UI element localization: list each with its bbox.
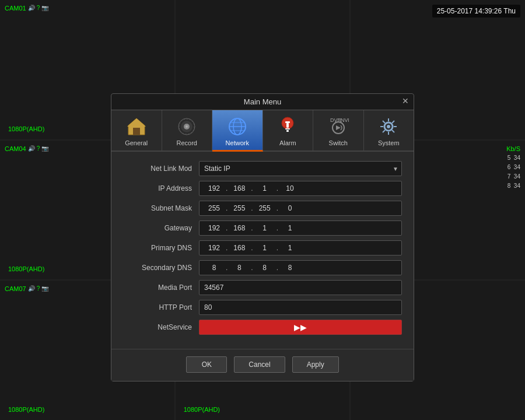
svg-rect-17: [286, 130, 289, 132]
ip-address-row: IP Address . . .: [123, 181, 402, 196]
secondary-dns-field: . . .: [199, 260, 402, 275]
cam01-id: CAM01: [5, 5, 26, 12]
media-port-input[interactable]: [199, 280, 402, 295]
http-port-label: HTTP Port: [123, 303, 199, 312]
primary-dns-row: Primary DNS . . .: [123, 240, 402, 256]
ip-octet-1[interactable]: [203, 184, 225, 192]
http-port-row: HTTP Port: [123, 300, 402, 315]
ip-octet-4[interactable]: [279, 184, 301, 192]
timestamp: 25-05-2017 14:39:26 Thu: [432, 5, 520, 18]
tab-alarm[interactable]: Alarm: [263, 110, 314, 150]
svg-rect-1: [133, 128, 140, 135]
ip-address-label: IP Address: [123, 184, 199, 192]
cam08-label: 1080P(AHD): [180, 404, 223, 415]
close-button[interactable]: ✕: [402, 96, 409, 106]
cam04-id: CAM04: [5, 145, 26, 152]
gateway-field: . . .: [199, 220, 402, 236]
tab-network[interactable]: Network: [212, 110, 263, 152]
network-icon: [226, 115, 249, 138]
cam01-label: 1080P(AHD): [5, 123, 48, 135]
cam07-label: 1080P(AHD): [5, 404, 48, 415]
dialog-title: Main Menu: [244, 97, 281, 106]
ok-button[interactable]: OK: [186, 356, 227, 373]
primary-dns-label: Primary DNS: [123, 244, 199, 252]
secondary-dns-octet-3[interactable]: [254, 264, 276, 272]
main-menu-dialog: Main Menu ✕ General: [111, 93, 414, 382]
tab-general[interactable]: General: [111, 110, 162, 150]
netservice-arrow-icon: ▶▶: [294, 323, 307, 332]
tab-system-label: System: [378, 139, 400, 146]
secondary-dns-octet-4[interactable]: [279, 264, 301, 272]
kbs-label: Kb/S: [506, 145, 520, 152]
general-icon: [125, 115, 148, 138]
svg-line-30: [383, 130, 385, 132]
tab-bar: General Record: [111, 110, 414, 152]
dialog-title-bar: Main Menu ✕: [111, 94, 414, 110]
svg-rect-14: [285, 121, 290, 123]
cam07-id: CAM07: [5, 285, 26, 292]
secondary-dns-label: Secondary DNS: [123, 264, 199, 272]
gateway-octet-2[interactable]: [228, 224, 250, 232]
svg-line-27: [383, 121, 385, 123]
network-form: Net Link Mod Static IP DHCP PPPoE ▼ IP A…: [111, 152, 414, 349]
gateway-octet-1[interactable]: [203, 224, 225, 232]
tab-general-label: General: [125, 139, 148, 146]
tab-record-label: Record: [177, 139, 197, 146]
subnet-octet-4[interactable]: [279, 204, 301, 212]
net-link-mod-label: Net Link Mod: [123, 164, 199, 173]
cam04-label: 1080P(AHD): [5, 263, 48, 275]
subnet-mask-field: . . .: [199, 201, 402, 216]
tab-record[interactable]: Record: [162, 110, 213, 150]
svg-line-29: [392, 121, 394, 123]
subnet-mask-label: Subnet Mask: [123, 204, 199, 212]
subnet-octet-3[interactable]: [254, 204, 276, 212]
tab-alarm-label: Alarm: [279, 139, 296, 146]
gateway-octet-3[interactable]: [254, 224, 276, 232]
net-link-mod-row: Net Link Mod Static IP DHCP PPPoE ▼: [123, 161, 402, 176]
gateway-label: Gateway: [123, 224, 199, 232]
ip-octet-2[interactable]: [228, 184, 250, 192]
ip-address-field: . . .: [199, 181, 402, 196]
subnet-octet-1[interactable]: [203, 204, 225, 212]
subnet-octet-2[interactable]: [228, 204, 250, 212]
net-link-mod-dropdown-wrapper: Static IP DHCP PPPoE ▼: [199, 161, 402, 176]
secondary-dns-row: Secondary DNS . . .: [123, 260, 402, 275]
http-port-input[interactable]: [199, 300, 402, 315]
primary-dns-field: . . .: [199, 240, 402, 256]
tab-system[interactable]: System: [364, 110, 414, 150]
tab-network-label: Network: [226, 139, 249, 146]
tab-switch[interactable]: DVR NVR Switch: [313, 110, 364, 150]
primary-dns-octet-2[interactable]: [228, 244, 250, 252]
media-port-label: Media Port: [123, 284, 199, 292]
stats-panel: 5 346 347 348 34: [508, 153, 520, 191]
netservice-label: NetService: [123, 323, 199, 331]
svg-point-22: [387, 125, 390, 128]
gateway-row: Gateway . . .: [123, 220, 402, 236]
primary-dns-octet-3[interactable]: [254, 244, 276, 252]
media-port-row: Media Port: [123, 280, 402, 295]
cancel-button[interactable]: Cancel: [234, 356, 285, 373]
ip-octet-3[interactable]: [254, 184, 276, 192]
primary-dns-octet-1[interactable]: [203, 244, 225, 252]
netservice-button[interactable]: ▶▶: [199, 320, 402, 335]
svg-rect-15: [286, 123, 289, 128]
dialog-button-row: OK Cancel Apply: [111, 349, 414, 381]
secondary-dns-octet-1[interactable]: [203, 264, 225, 272]
subnet-mask-row: Subnet Mask . . .: [123, 201, 402, 216]
apply-button[interactable]: Apply: [292, 356, 339, 373]
cam04-icons: 🔊 ? 📷: [28, 145, 48, 152]
cam07-icons: 🔊 ? 📷: [28, 285, 48, 292]
svg-text:NVR: NVR: [341, 117, 349, 123]
netservice-row: NetService ▶▶: [123, 320, 402, 335]
primary-dns-octet-4[interactable]: [279, 244, 301, 252]
net-link-mod-select[interactable]: Static IP DHCP PPPoE: [199, 161, 402, 176]
secondary-dns-octet-2[interactable]: [228, 264, 250, 272]
cam01-icons: 🔊 ? 📷: [28, 5, 48, 11]
svg-rect-16: [285, 128, 290, 130]
tab-switch-label: Switch: [329, 139, 348, 146]
svg-line-28: [392, 130, 394, 132]
gateway-octet-4[interactable]: [279, 224, 301, 232]
alarm-icon: [276, 115, 299, 138]
svg-point-6: [186, 125, 188, 128]
system-icon: [377, 115, 400, 138]
